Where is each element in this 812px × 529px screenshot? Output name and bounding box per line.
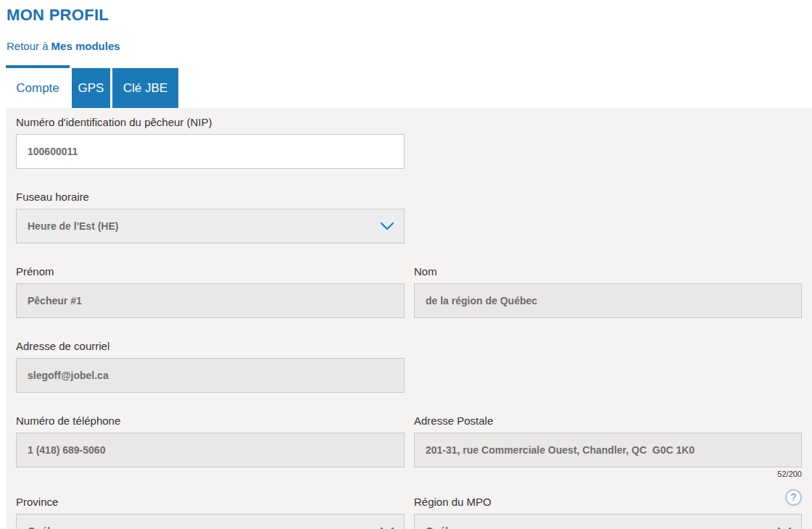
nip-input[interactable]	[16, 134, 405, 169]
postal-address-label: Adresse Postale	[414, 415, 802, 426]
first-name-label: Prénom	[16, 266, 405, 277]
dfo-region-label: Région du MPO	[414, 496, 492, 508]
page-title: MON PROFIL	[7, 6, 812, 25]
province-select[interactable]: Québec	[16, 514, 405, 529]
first-name-input	[16, 283, 405, 318]
row-timezone: Fuseau horaire Heure de l'Est (HE)	[16, 191, 802, 243]
row-name: Prénom Nom	[16, 266, 802, 318]
help-icon[interactable]: ?	[785, 489, 802, 506]
breadcrumb-link-mes-modules[interactable]: Mes modules	[51, 40, 120, 52]
last-name-label: Nom	[414, 266, 802, 277]
tab-compte[interactable]: Compte	[6, 65, 70, 108]
province-selected-value: Québec	[28, 525, 65, 529]
phone-label: Numéro de téléphone	[16, 415, 405, 426]
email-label: Adresse de courriel	[16, 341, 405, 351]
row-nip: Numéro d'identification du pêcheur (NIP)	[16, 117, 802, 169]
tab-cle-jbe[interactable]: Clé JBE	[112, 68, 178, 108]
timezone-label: Fuseau horaire	[16, 191, 405, 202]
postal-address-input[interactable]	[414, 433, 802, 467]
breadcrumb: Retour àMes modules	[7, 40, 812, 52]
nip-label: Numéro d'identification du pêcheur (NIP)	[16, 117, 405, 128]
row-phone-address: Numéro de téléphone Adresse Postale	[16, 415, 802, 467]
tab-bar: Compte GPS Clé JBE	[6, 65, 812, 108]
email-input	[16, 358, 405, 393]
profile-form-panel: Numéro d'identification du pêcheur (NIP)…	[6, 108, 812, 529]
postal-address-char-counter: 52/200	[16, 470, 802, 479]
chevron-down-icon	[380, 222, 394, 230]
dfo-region-select[interactable]: Québec	[414, 514, 802, 529]
row-email: Adresse de courriel	[16, 341, 802, 393]
timezone-select[interactable]: Heure de l'Est (HE)	[16, 209, 405, 243]
province-label: Province	[16, 496, 58, 508]
tab-gps[interactable]: GPS	[72, 68, 110, 108]
phone-input	[16, 433, 405, 467]
timezone-selected-value: Heure de l'Est (HE)	[28, 220, 118, 232]
breadcrumb-prefix: Retour à	[7, 40, 49, 52]
last-name-input	[414, 283, 802, 318]
row-province-region: Province Québec Région du MPO ? Québec	[16, 496, 802, 529]
dfo-region-selected-value: Québec	[426, 525, 463, 529]
